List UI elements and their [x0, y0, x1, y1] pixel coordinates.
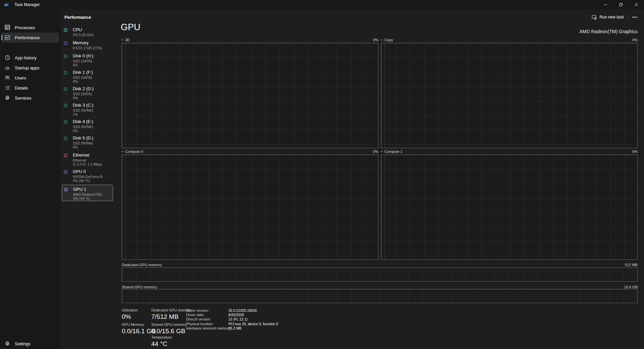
- dedicated-memory-chart: [122, 268, 638, 282]
- driver-detail-row: DirectX version: 12 (FL 12.1): [186, 317, 248, 321]
- detail-value: 32.0.21025.10016: [228, 308, 257, 312]
- run-new-task-icon: [591, 14, 597, 20]
- sidebar-item-users[interactable]: Users: [2, 73, 59, 83]
- more-options-icon[interactable]: •••: [630, 13, 640, 21]
- perf-item-detail: S: 0.4 R: 1.1 Mbps: [73, 162, 102, 166]
- stat-value: 0.0/15.6 GB: [151, 328, 185, 335]
- stat-value: 44 °C: [151, 340, 167, 348]
- memory-status-ring-icon: [64, 41, 67, 45]
- driver-detail-row: Hardware reserved memory: 26.2 MB: [186, 326, 241, 330]
- sidebar-item-label: Users: [15, 75, 26, 80]
- perf-item-detail: SSD (SATA): [73, 75, 92, 79]
- window-controls: [598, 0, 644, 9]
- perf-item-detail: 8.5/31.2 GB (27%): [73, 46, 102, 50]
- chart-header-compute1: Compute 1 0%: [380, 149, 638, 154]
- sidebar-item-details[interactable]: Details: [2, 83, 59, 93]
- disk-status-ring-icon: [64, 104, 67, 107]
- sidebar-item-label: Startup apps: [15, 65, 40, 70]
- detail-label: DirectX version:: [186, 317, 227, 321]
- restore-icon[interactable]: [613, 0, 629, 9]
- performance-icon: [5, 35, 10, 40]
- sidebar-item-settings[interactable]: Settings: [2, 339, 59, 349]
- perf-item-disk3[interactable]: Disk 3 (C:) SSD (NVMe) 1%: [62, 103, 113, 118]
- perf-item-name: CPU: [73, 27, 82, 32]
- sidebar-item-startup-apps[interactable]: Startup apps: [2, 63, 59, 73]
- chart-label: Compute 1: [384, 150, 402, 154]
- perf-item-disk2[interactable]: Disk 2 (G:) SSD (SATA) 0%: [62, 86, 113, 102]
- disk-status-ring-icon: [64, 87, 67, 91]
- sidebar-item-label: App history: [15, 55, 37, 60]
- detail-label: Driver date:: [186, 313, 227, 317]
- run-new-task-label: Run new task: [599, 15, 624, 19]
- chart-current-value: 0%: [373, 150, 378, 154]
- stat-label: GPU Memory: [122, 323, 144, 327]
- perf-item-disk1[interactable]: Disk 1 (F:) SSD (SATA) 0%: [62, 70, 113, 85]
- stat-value: 0.0/16.1 GB: [122, 328, 156, 335]
- run-new-task-button[interactable]: Run new task: [591, 13, 624, 21]
- gpu-status-ring-icon: [64, 188, 68, 191]
- chart-current-value: 0%: [632, 150, 638, 154]
- dedicated-memory-header: Dedicated GPU memory 512 MB: [122, 263, 638, 267]
- services-icon: [5, 95, 10, 101]
- perf-item-name: Disk 4 (E:): [73, 119, 93, 124]
- titlebar: Task Manager: [0, 0, 644, 9]
- stat-label: Dedicated GPU memory: [151, 308, 191, 312]
- sidebar-item-label: Settings: [15, 341, 31, 346]
- driver-detail-row: Driver version: 32.0.21025.10016: [186, 308, 257, 312]
- sidebar-item-processes[interactable]: Processes: [2, 22, 59, 33]
- disk-status-ring-icon: [64, 54, 67, 58]
- perf-item-detail: 0% (46 °C): [73, 179, 90, 183]
- shared-memory-header: Shared GPU memory 15.6 GB: [122, 285, 638, 289]
- sidebar-item-services[interactable]: Services: [2, 93, 59, 103]
- perf-item-gpu1[interactable]: GPU 1 AMD Radeon(TM)... 0% (44 °C): [62, 185, 113, 201]
- window-title: Task Manager: [14, 2, 40, 7]
- chart-current-value: 0%: [632, 38, 638, 42]
- sidebar-item-app-history[interactable]: App history: [2, 53, 59, 63]
- gpu-status-ring-icon: [64, 170, 67, 174]
- stat-label: Temperature: [151, 335, 172, 339]
- perf-item-gpu0[interactable]: GPU 0 NVIDIA GeForce R... 0% (46 °C): [62, 169, 113, 185]
- chart-label: Dedicated GPU memory: [122, 263, 162, 267]
- processes-icon: [5, 25, 10, 30]
- startup-apps-icon: [5, 65, 10, 70]
- gpu-device-name: AMD Radeon(TM) Graphics: [580, 29, 638, 34]
- chevron-down-icon[interactable]: [380, 150, 383, 153]
- perf-item-detail: SSD (SATA): [73, 59, 92, 63]
- perf-item-disk4[interactable]: Disk 4 (E:) SSD (NVMe) 0%: [62, 119, 113, 135]
- perf-item-detail: 0%: [73, 79, 78, 83]
- perf-item-detail: SSD (NVMe): [73, 141, 93, 145]
- chart-max-value: 512 MB: [625, 263, 638, 267]
- perf-item-name: Memory: [73, 40, 89, 45]
- stat-label: Utilization: [122, 308, 138, 312]
- perf-item-cpu[interactable]: CPU 2% 5.20 GHz: [62, 27, 113, 39]
- gpu-copy-chart: [381, 43, 638, 148]
- perf-item-memory[interactable]: Memory 8.5/31.2 GB (27%): [62, 40, 113, 52]
- perf-item-disk0[interactable]: Disk 0 (H:) SSD (SATA) 0%: [62, 53, 113, 69]
- perf-item-ethernet[interactable]: Ethernet Ethernet S: 0.4 R: 1.1 Mbps: [62, 153, 113, 168]
- page-title: Performance: [64, 15, 91, 20]
- chart-max-value: 15.6 GB: [624, 285, 638, 289]
- task-manager-app-icon: [4, 2, 9, 7]
- chart-label: Copy: [384, 38, 393, 42]
- perf-item-name: Disk 1 (F:): [73, 70, 93, 75]
- sidebar-item-label: Processes: [15, 25, 35, 30]
- perf-item-detail: 2% 5.20 GHz: [73, 33, 94, 37]
- perf-item-detail: 0% (44 °C): [73, 196, 90, 200]
- minimize-icon[interactable]: [598, 0, 613, 9]
- close-icon[interactable]: [629, 0, 644, 9]
- sidebar-item-performance[interactable]: Performance: [2, 33, 59, 43]
- perf-item-detail: NVIDIA GeForce R...: [73, 175, 105, 179]
- details-icon: [5, 85, 10, 91]
- chevron-down-icon[interactable]: [121, 39, 124, 41]
- perf-item-disk5[interactable]: Disk 5 (D:) SSD (NVMe) 0%: [62, 135, 113, 151]
- detail-label: Physical location:: [186, 322, 227, 326]
- disk-status-ring-icon: [64, 71, 67, 74]
- chevron-down-icon[interactable]: [380, 39, 383, 41]
- perf-item-name: Disk 3 (C:): [73, 103, 93, 108]
- gpu-compute1-chart: [381, 155, 638, 260]
- chevron-down-icon[interactable]: [121, 150, 124, 153]
- perf-item-name: Disk 5 (D:): [73, 135, 93, 140]
- perf-item-name: Disk 2 (G:): [73, 86, 94, 91]
- gpu-pane-title: GPU: [121, 22, 141, 33]
- gpu-3d-chart: [122, 43, 378, 148]
